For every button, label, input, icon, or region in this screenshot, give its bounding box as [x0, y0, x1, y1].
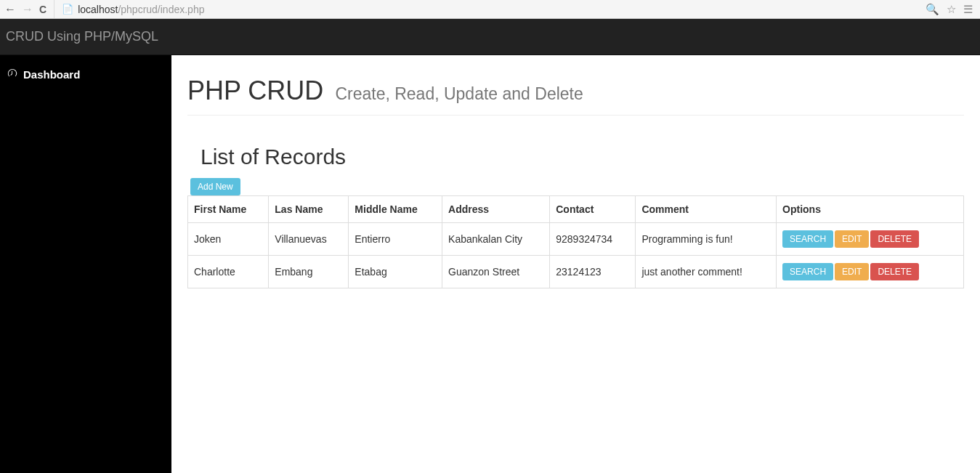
cell-contact: 9289324734	[550, 223, 636, 256]
zoom-icon[interactable]: 🔍	[926, 3, 939, 16]
cell-comment: Programming is fun!	[636, 223, 777, 256]
col-first-name: First Name	[188, 196, 269, 223]
bookmark-star-icon[interactable]: ☆	[947, 3, 956, 16]
sidebar: Dashboard	[0, 55, 171, 473]
add-new-button[interactable]: Add New	[190, 178, 240, 195]
table-row: JokenVillanuevasEntierroKabankalan City9…	[188, 223, 964, 256]
table-header-row: First Name Las Name Middle Name Address …	[188, 196, 964, 223]
cell-contact: 23124123	[550, 256, 636, 288]
edit-button[interactable]: EDIT	[835, 230, 869, 248]
section-title: List of Records	[201, 145, 964, 169]
col-comment: Comment	[636, 196, 777, 223]
cell-last-name: Embang	[269, 256, 349, 288]
page-title-main: PHP CRUD	[187, 76, 323, 105]
sidebar-item-dashboard[interactable]: Dashboard	[7, 68, 164, 81]
page-title-sub: Create, Read, Update and Delete	[335, 84, 583, 103]
address-bar[interactable]: 📄 localhost/phpcrud/index.php	[54, 0, 918, 18]
sidebar-item-label: Dashboard	[23, 68, 80, 81]
back-button[interactable]: ←	[4, 4, 16, 15]
cell-comment: just another comment!	[636, 256, 777, 288]
search-button[interactable]: SEARCH	[782, 230, 833, 248]
forward-button[interactable]: →	[22, 4, 33, 15]
cell-middle-name: Entierro	[349, 223, 442, 256]
nav-arrows: ← → C	[4, 4, 46, 15]
browser-toolbar: ← → C 📄 localhost/phpcrud/index.php 🔍 ☆ …	[0, 0, 980, 19]
search-button[interactable]: SEARCH	[782, 263, 833, 280]
delete-button[interactable]: DELETE	[870, 230, 919, 248]
page-title: PHP CRUD Create, Read, Update and Delete	[187, 76, 964, 116]
cell-middle-name: Etabag	[349, 256, 442, 288]
records-table: First Name Las Name Middle Name Address …	[187, 195, 964, 288]
cell-last-name: Villanuevas	[269, 223, 349, 256]
col-contact: Contact	[550, 196, 636, 223]
chrome-right-icons: 🔍 ☆ ☰	[926, 3, 976, 16]
cell-address: Kabankalan City	[442, 223, 550, 256]
app-header: CRUD Using PHP/MySQL	[0, 19, 980, 55]
url-host: localhost	[78, 4, 118, 15]
col-middle-name: Middle Name	[349, 196, 442, 223]
edit-button[interactable]: EDIT	[835, 263, 869, 280]
url-text: localhost/phpcrud/index.php	[78, 4, 204, 15]
app-title: CRUD Using PHP/MySQL	[6, 29, 158, 44]
table-row: CharlotteEmbangEtabagGuanzon Street23124…	[188, 256, 964, 288]
cell-options: SEARCHEDITDELETE	[777, 256, 964, 288]
layout: Dashboard PHP CRUD Create, Read, Update …	[0, 55, 980, 473]
cell-address: Guanzon Street	[442, 256, 550, 288]
main-content: PHP CRUD Create, Read, Update and Delete…	[171, 55, 980, 473]
delete-button[interactable]: DELETE	[870, 263, 919, 280]
page-icon: 📄	[62, 4, 73, 15]
cell-options: SEARCHEDITDELETE	[777, 223, 964, 256]
col-address: Address	[442, 196, 550, 223]
dashboard-icon	[7, 68, 17, 81]
reload-button[interactable]: C	[39, 4, 46, 15]
menu-icon[interactable]: ☰	[963, 3, 973, 16]
url-path: /phpcrud/index.php	[118, 4, 204, 15]
col-last-name: Las Name	[269, 196, 349, 223]
col-options: Options	[777, 196, 964, 223]
cell-first-name: Joken	[188, 223, 269, 256]
cell-first-name: Charlotte	[188, 256, 269, 288]
